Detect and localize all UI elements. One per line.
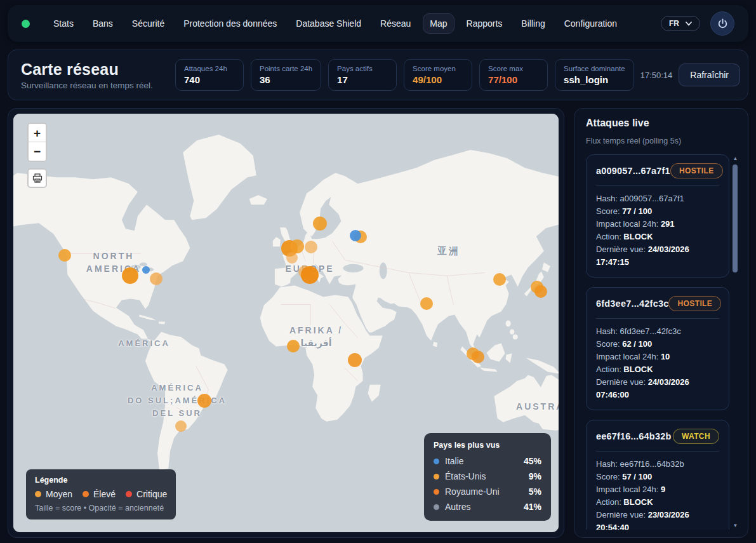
stat-card-points-carte-24h: Points carte 24h36: [251, 59, 321, 91]
attack-point[interactable]: [493, 273, 506, 286]
attack-point[interactable]: [150, 272, 162, 285]
legend-dot-icon: [83, 491, 89, 497]
stat-card-attaques-24h: Attaques 24h740: [175, 59, 244, 91]
attack-point[interactable]: [197, 394, 211, 408]
attack-field-last_seen: Dernière vue: 24/03/2026 17:47:15: [596, 243, 719, 269]
nav-tab-rapports[interactable]: Rapports: [460, 13, 510, 34]
country-row-tats-unis: États-Unis9%: [434, 469, 541, 484]
attack-field-label: Dernière vue:: [596, 245, 648, 254]
status-badge: HOSTILE: [668, 296, 721, 311]
attack-point[interactable]: [534, 285, 547, 298]
attack-point[interactable]: [175, 420, 187, 432]
header-title-block: Carte réseau Surveillance réseau en temp…: [21, 60, 169, 90]
language-value: FR: [669, 19, 679, 28]
stat-value: 17: [337, 74, 388, 85]
country-row-italie: Italie45%: [434, 453, 541, 469]
attack-point[interactable]: [348, 353, 362, 367]
nav-tab-database-shield[interactable]: Database Shield: [289, 13, 368, 34]
page-title: Carte réseau: [21, 60, 169, 79]
legend-title: Légende: [35, 476, 167, 485]
scrollbar-thumb[interactable]: [733, 164, 738, 272]
nav-tab-r-seau[interactable]: Réseau: [373, 13, 418, 34]
country-dot-icon: [434, 489, 439, 495]
map-panel: NORTH AMERICAEUROPE亚洲AMÉRICAAFRIKA / أفر…: [8, 108, 564, 538]
attack-point[interactable]: [420, 297, 433, 310]
language-select[interactable]: FR: [661, 16, 700, 31]
attack-point[interactable]: [472, 351, 484, 363]
country-row-royaume-uni: Royaume-Uni5%: [434, 484, 541, 499]
attack-point[interactable]: [301, 266, 319, 284]
stat-label: Pays actifs: [337, 65, 388, 72]
stat-cards: Attaques 24h740Points carte 24h36Pays ac…: [175, 59, 634, 91]
attack-point[interactable]: [287, 340, 300, 352]
stat-label: Points carte 24h: [260, 65, 312, 72]
scrollbar-up-icon[interactable]: ▲: [732, 156, 739, 161]
legend-item-moyen: Moyen: [35, 489, 72, 499]
attack-field-last_seen: Dernière vue: 23/03/2026 20:54:40: [596, 509, 719, 530]
attack-field-value: 6fd3ee7...42fc3c: [620, 326, 681, 336]
nav-tabs: StatsBansSécuritéProtection des donnéesD…: [46, 13, 624, 34]
stat-card-score-moyen: Score moyen49/100: [404, 59, 472, 91]
map-print-button[interactable]: [27, 168, 47, 188]
attack-field-label: Hash:: [596, 459, 620, 469]
attack-field-action: Action: BLOCK: [596, 363, 719, 376]
map-zoom-out-button[interactable]: −: [29, 142, 46, 161]
refresh-button[interactable]: Rafraîchir: [679, 64, 740, 86]
nav-tab-bans[interactable]: Bans: [86, 13, 120, 34]
power-button[interactable]: [710, 11, 734, 36]
attack-field-label: Action:: [596, 232, 623, 241]
attack-card: 6fd3ee7...42fc3cHOSTILEHash: 6fd3ee7...4…: [586, 287, 729, 410]
scrollbar-down-icon[interactable]: ▼: [732, 523, 739, 528]
country-percent: 5%: [529, 486, 541, 497]
attack-point[interactable]: [122, 267, 138, 284]
attack-field-value: ee67f16...64b32b: [620, 459, 684, 469]
attack-point[interactable]: [350, 230, 361, 241]
attack-point[interactable]: [290, 239, 304, 253]
attack-field-label: Score:: [596, 472, 622, 481]
top-navbar: StatsBansSécuritéProtection des donnéesD…: [8, 5, 748, 42]
attack-point[interactable]: [142, 266, 150, 274]
attack-field-value: 57 / 100: [622, 472, 652, 481]
network-map[interactable]: NORTH AMERICAEUROPE亚洲AMÉRICAAFRIKA / أفر…: [13, 114, 559, 532]
live-attacks-list: a009057...67a7f1HOSTILEHash: a009057...6…: [586, 154, 729, 530]
attack-card-header: a009057...67a7f1HOSTILE: [596, 163, 719, 178]
attack-field-label: Action:: [596, 497, 623, 507]
nav-tab-protection-des-donn-es[interactable]: Protection des données: [176, 13, 284, 34]
attack-field-label: Impact local 24h:: [596, 219, 661, 229]
main-content: NORTH AMERICAEUROPE亚洲AMÉRICAAFRIKA / أفر…: [8, 108, 748, 538]
clock: 17:50:14: [640, 70, 673, 80]
live-attacks-title: Attaques live: [586, 117, 739, 129]
attack-field-impact: Impact local 24h: 291: [596, 218, 719, 231]
attack-field-label: Impact local 24h:: [596, 352, 661, 361]
nav-tab-billing[interactable]: Billing: [514, 13, 552, 34]
attack-field-score: Score: 62 / 100: [596, 338, 719, 351]
stat-label: Score max: [488, 65, 539, 72]
country-row-autres: Autres41%: [434, 499, 541, 514]
attack-id: a009057...67a7f1: [596, 166, 670, 176]
attack-field-label: Action:: [596, 365, 623, 374]
attack-card: ee67f16...64b32bWATCHHash: ee67f16...64b…: [586, 420, 729, 530]
attack-field-last_seen: Dernière vue: 24/03/2026 07:46:00: [596, 376, 719, 401]
stat-card-surface-dominante: Surface dominantessh_login: [555, 59, 634, 91]
stat-card-score-max: Score max77/100: [479, 59, 548, 91]
attack-field-label: Hash:: [596, 194, 620, 203]
attack-point[interactable]: [286, 252, 298, 264]
nav-tab-stats[interactable]: Stats: [46, 13, 81, 34]
top-countries-title: Pays les plus vus: [434, 441, 541, 450]
nav-tab-configuration[interactable]: Configuration: [557, 13, 624, 34]
attack-point[interactable]: [313, 217, 327, 231]
map-zoom-in-button[interactable]: +: [29, 124, 46, 142]
nav-tab-map[interactable]: Map: [423, 13, 454, 34]
attack-field-action: Action: BLOCK: [596, 496, 719, 509]
attack-point[interactable]: [305, 241, 317, 253]
attack-divider: [596, 185, 719, 186]
nav-tab-s-curit[interactable]: Sécurité: [125, 13, 171, 34]
attack-field-label: Hash:: [596, 326, 620, 336]
page-subtitle: Surveillance réseau en temps réel.: [21, 81, 169, 90]
live-scrollbar[interactable]: ▲ ▼: [732, 154, 739, 530]
status-badge: WATCH: [673, 429, 719, 444]
stat-value: ssh_login: [564, 74, 625, 85]
live-attacks-panel: Attaques live Flux temps réel (polling 5…: [574, 108, 748, 538]
attack-point[interactable]: [58, 249, 71, 262]
attack-field-value: 291: [661, 219, 675, 229]
